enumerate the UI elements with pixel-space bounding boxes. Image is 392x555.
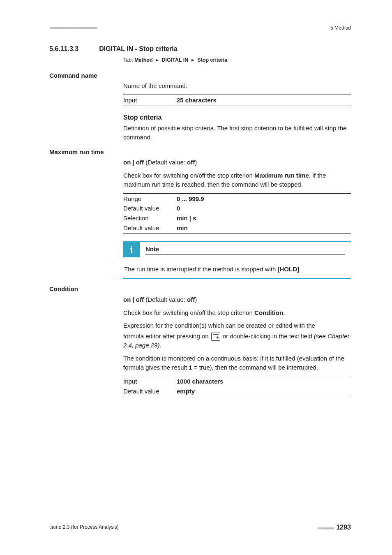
note-body-post: . — [299, 266, 301, 273]
tab-part-0: Method — [134, 57, 152, 63]
footer-page-number: 1293 — [336, 524, 351, 531]
condition-desc1-pre: Check box for switching on/off the stop … — [123, 309, 254, 316]
condition-desc1-post: . — [283, 309, 285, 316]
section-number: 5.6.11.3.3 — [49, 44, 78, 53]
mrt-key-3: Default value — [123, 224, 177, 233]
section-heading: 5.6.11.3.3 DIGITAL IN - Stop criteria — [49, 44, 351, 53]
max-run-time-desc-pre: Check box for switching on/off the stop … — [123, 172, 254, 179]
mrt-key-0: Range — [123, 194, 177, 204]
mrt-val-3: min — [177, 224, 188, 233]
tab-prefix: Tab: — [123, 57, 133, 63]
condition-desc1-bold: Condition — [254, 309, 283, 316]
cond-row-1: Default value empty — [123, 387, 351, 396]
footer-right: ■■■■■■■■1293 — [317, 523, 351, 532]
formula-editor-icon[interactable] — [211, 333, 220, 341]
command-name-input-key: Input — [123, 96, 177, 105]
footer-left: tiamo 2.3 (for Process Analysis) — [49, 524, 119, 531]
mrt-row-1: Default value 0 — [123, 204, 351, 213]
note-body-pre: The run time is interrupted if the metho… — [124, 266, 278, 273]
tab-sep-0: ▸ — [156, 57, 159, 63]
note-title: Note — [145, 245, 345, 255]
command-name-desc: Name of the command. — [123, 81, 351, 90]
condition-desc3-post: or double-clicking in the text field — [221, 333, 314, 340]
condition-default-value: off — [187, 296, 195, 303]
mrt-key-1: Default value — [123, 204, 177, 213]
section-title: DIGITAL IN - Stop criteria — [99, 44, 178, 53]
condition-desc1: Check box for switching on/off the stop … — [123, 308, 351, 317]
tab-part-2: Stop criteria — [197, 57, 227, 63]
mrt-key-2: Selection — [123, 214, 177, 223]
condition-default-label: (Default value: — [144, 296, 187, 303]
mrt-row-2: Selection min | s — [123, 214, 351, 223]
condition-toggle-opts: on | off — [123, 296, 144, 303]
max-run-time-label: Maximum run time — [49, 148, 351, 157]
footer-ornament: ■■■■■■■■ — [317, 526, 334, 530]
cond-key-1: Default value — [123, 387, 177, 396]
note-head: i Note — [123, 242, 351, 258]
cond-key-0: Input — [123, 377, 177, 386]
condition-desc3: formula editor after pressing on or doub… — [123, 332, 351, 350]
mrt-val-1: 0 — [177, 204, 180, 213]
page-header: ■■■■■■■■■■■■■■■■■■■■■■■ 5 Method — [49, 25, 351, 32]
stop-criteria-desc: Definition of possible stop criteria. Th… — [123, 124, 351, 142]
page-footer: tiamo 2.3 (for Process Analysis) ■■■■■■■… — [49, 523, 351, 532]
max-run-time-toggle: on | off (Default value: off) — [123, 158, 351, 167]
condition-toggle: on | off (Default value: off) — [123, 295, 351, 304]
mrt-val-0: 0 ... 999.9 — [177, 194, 204, 204]
command-name-input-val: 25 characters — [177, 96, 217, 105]
divider — [123, 193, 351, 194]
divider — [123, 95, 351, 95]
condition-desc4: The condition is monitored on a continuo… — [123, 354, 351, 372]
max-run-time-desc-bold: Maximum run time — [254, 172, 309, 179]
condition-desc4-post: = true), then the command will be interr… — [192, 364, 318, 371]
mrt-row-0: Range 0 ... 999.9 — [123, 194, 351, 204]
command-name-input-row: Input 25 characters — [123, 96, 351, 105]
cond-val-1: empty — [177, 387, 195, 396]
divider — [123, 234, 351, 234]
max-run-time-default-suffix: ) — [195, 159, 197, 166]
mrt-val-2: min | s — [177, 214, 196, 223]
header-ornament: ■■■■■■■■■■■■■■■■■■■■■■■ — [49, 25, 97, 31]
divider — [123, 376, 351, 376]
condition-desc4-bold: 1 — [189, 364, 192, 371]
condition-desc2: Expression for the condition(s) which ca… — [123, 321, 351, 330]
note-body: The run time is interrupted if the metho… — [123, 257, 351, 278]
condition-desc3-pre: formula editor after pressing on — [123, 333, 210, 340]
tab-path: Tab: Method ▸ DIGITAL IN ▸ Stop criteria — [123, 56, 351, 64]
max-run-time-toggle-opts: on | off — [123, 159, 144, 166]
mrt-row-3: Default value min — [123, 224, 351, 233]
max-run-time-default-value: off — [187, 159, 195, 166]
header-section: 5 Method — [330, 25, 351, 32]
cond-val-0: 1000 characters — [177, 377, 223, 386]
divider — [123, 106, 351, 106]
condition-desc3-tail: . — [159, 342, 161, 349]
condition-default-suffix: ) — [195, 296, 197, 303]
tab-sep-1: ▸ — [191, 57, 194, 63]
cond-row-0: Input 1000 characters — [123, 377, 351, 386]
max-run-time-default-label: (Default value: — [144, 159, 187, 166]
command-name-label: Command name — [49, 71, 351, 80]
note-box: i Note The run time is interrupted if th… — [123, 241, 351, 279]
info-icon: i — [123, 242, 140, 258]
note-bottom-rule — [123, 278, 351, 279]
stop-criteria-heading: Stop criteria — [123, 113, 351, 122]
note-body-bold: [HOLD] — [278, 266, 300, 273]
tab-part-1: DIGITAL IN — [162, 57, 189, 63]
max-run-time-desc: Check box for switching on/off the stop … — [123, 171, 351, 189]
divider — [123, 397, 351, 397]
condition-label: Condition — [49, 284, 351, 294]
